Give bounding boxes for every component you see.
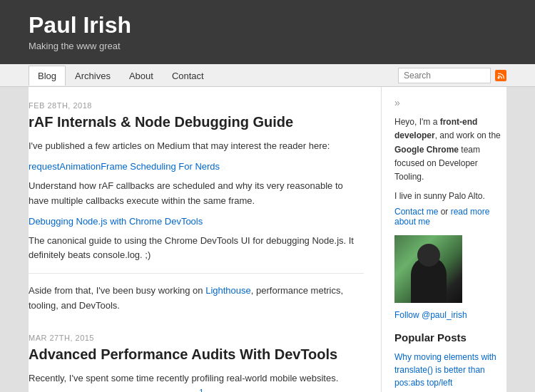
- sidebar-location: I live in sunny Palo Alto.: [394, 191, 506, 201]
- site-header: Paul Irish Making the www great: [0, 0, 535, 64]
- sidebar-toggle[interactable]: »: [394, 97, 506, 108]
- nav-links: Blog Archives About Contact: [29, 66, 213, 86]
- post-1-link1[interactable]: requestAnimationFrame Scheduling For Ner…: [29, 161, 364, 172]
- avatar-container: [394, 235, 462, 303]
- nav-item-blog[interactable]: Blog: [29, 66, 66, 86]
- blog-content: FEB 28TH, 2018 rAF Internals & Node Debu…: [29, 87, 382, 392]
- nav-item-contact[interactable]: Contact: [163, 66, 213, 86]
- sidebar-bio: Heyo, I'm a front-end developer, and wor…: [394, 115, 506, 184]
- main-nav: Blog Archives About Contact: [0, 64, 535, 87]
- nav-item-about[interactable]: About: [120, 66, 163, 86]
- post-1-title: rAF Internals & Node Debugging Guide: [29, 114, 364, 130]
- site-subtitle: Making the www great: [29, 41, 506, 51]
- sidebar-twitter: Follow @paul_irish: [394, 310, 506, 320]
- post-1: FEB 28TH, 2018 rAF Internals & Node Debu…: [29, 101, 364, 314]
- post-2-title: Advanced Performance Audits With DevTool…: [29, 346, 364, 363]
- contact-link[interactable]: Contact me: [394, 207, 438, 217]
- post-1-body1: I've published a few articles on Medium …: [29, 139, 364, 154]
- svg-point-0: [498, 76, 500, 78]
- search-input[interactable]: [398, 68, 491, 83]
- post-1-date: FEB 28TH, 2018: [29, 101, 364, 110]
- twitter-link[interactable]: Follow @paul_irish: [394, 310, 467, 320]
- search-area: [398, 68, 506, 83]
- post-2-body1: Recently, I've spent some time recently …: [29, 371, 364, 392]
- post-1-lighthouse-link[interactable]: Lighthouse: [205, 285, 251, 296]
- popular-post-1[interactable]: Why moving elements with translate() is …: [394, 351, 506, 389]
- nav-item-archives[interactable]: Archives: [66, 66, 120, 86]
- popular-posts-title: Popular Posts: [394, 331, 506, 344]
- avatar: [394, 235, 462, 303]
- post-divider: [29, 273, 364, 274]
- site-title: Paul Irish: [29, 13, 506, 38]
- post-1-body3: The canonical guide to using the Chrome …: [29, 234, 364, 264]
- sidebar-contact: Contact me or read more about me: [394, 207, 506, 227]
- post-2: MAR 27TH, 2015 Advanced Performance Audi…: [29, 334, 364, 392]
- post-1-body2: Understand how rAF callbacks are schedul…: [29, 179, 364, 209]
- sidebar: » Heyo, I'm a front-end developer, and w…: [382, 87, 506, 392]
- post-1-body4: Aside from that, I've been busy working …: [29, 284, 364, 314]
- post-1-link2[interactable]: Debugging Node.js with Chrome DevTools: [29, 216, 364, 227]
- main-layout: FEB 28TH, 2018 rAF Internals & Node Debu…: [0, 87, 535, 392]
- post-2-date: MAR 27TH, 2015: [29, 334, 364, 342]
- rss-icon[interactable]: [495, 70, 506, 81]
